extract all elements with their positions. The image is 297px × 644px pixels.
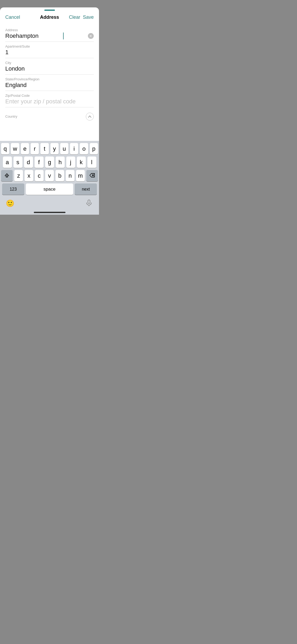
country-label: Country — [5, 114, 17, 118]
city-label: City — [5, 61, 94, 65]
state-text: England — [5, 82, 27, 89]
key-m[interactable]: m — [76, 170, 85, 181]
city-field[interactable]: City London — [5, 58, 94, 75]
svg-rect-0 — [6, 176, 8, 177]
keyboard-toolbar: 🙂 — [1, 197, 98, 210]
home-indicator — [0, 210, 99, 215]
key-d[interactable]: d — [24, 157, 33, 168]
modal-sheet: Cancel Address Clear Save Address Roeham… — [0, 7, 99, 215]
zip-placeholder: Enter your zip / postal code — [5, 98, 76, 105]
chevron-up-button[interactable] — [86, 113, 94, 121]
delete-icon — [89, 172, 95, 179]
key-k[interactable]: k — [77, 157, 86, 168]
next-key[interactable]: next — [75, 183, 97, 195]
cancel-button[interactable]: Cancel — [5, 15, 20, 20]
address-field[interactable]: Address Roehampton ✕ — [5, 25, 94, 42]
key-x[interactable]: x — [25, 170, 33, 181]
apartment-label: Apartment/Suite — [5, 44, 94, 48]
country-field[interactable]: Country — [5, 107, 94, 125]
apartment-text: 1 — [5, 49, 8, 56]
key-f[interactable]: f — [35, 157, 44, 168]
key-a[interactable]: a — [3, 157, 12, 168]
address-text: Roehampton — [5, 33, 39, 39]
shift-key[interactable] — [1, 170, 13, 181]
keyboard-bottom-row: 123 space next — [1, 183, 98, 195]
address-label: Address — [5, 28, 94, 32]
apartment-value[interactable]: 1 — [5, 49, 94, 56]
text-cursor — [63, 33, 64, 39]
address-clear-icon[interactable]: ✕ — [88, 33, 94, 39]
home-bar — [34, 212, 65, 213]
key-h[interactable]: h — [56, 157, 65, 168]
key-y[interactable]: y — [50, 143, 59, 154]
zip-field[interactable]: Zip/Postal Code Enter your zip / postal … — [5, 91, 94, 107]
key-s[interactable]: s — [13, 157, 22, 168]
mic-icon — [86, 199, 92, 207]
country-left: Country — [5, 114, 17, 119]
nav-bar-left: Cancel — [5, 15, 20, 20]
keyboard: q w e r t y u i o p a s d f g h j k l — [0, 141, 99, 210]
key-l[interactable]: l — [87, 157, 96, 168]
space-key[interactable]: space — [26, 183, 73, 195]
zip-value[interactable]: Enter your zip / postal code — [5, 98, 94, 105]
form-container: Address Roehampton ✕ Apartment/Suite 1 C… — [0, 23, 99, 141]
svg-rect-3 — [88, 200, 90, 204]
key-j[interactable]: j — [66, 157, 75, 168]
key-g[interactable]: g — [45, 157, 54, 168]
key-z[interactable]: z — [14, 170, 23, 181]
numbers-key[interactable]: 123 — [2, 183, 24, 195]
nav-bar-right: Clear Save — [69, 15, 94, 20]
nav-bar: Cancel Address Clear Save — [0, 11, 99, 23]
key-t[interactable]: t — [40, 143, 49, 154]
key-o[interactable]: o — [80, 143, 88, 154]
state-value[interactable]: England — [5, 82, 94, 89]
state-field[interactable]: State/Province/Region England — [5, 75, 94, 91]
key-n[interactable]: n — [66, 170, 74, 181]
chevron-up-icon — [88, 115, 92, 118]
city-value[interactable]: London — [5, 65, 94, 72]
page-title: Address — [40, 15, 59, 20]
key-b[interactable]: b — [55, 170, 64, 181]
key-r[interactable]: r — [31, 143, 39, 154]
key-c[interactable]: c — [35, 170, 44, 181]
save-button[interactable]: Save — [83, 15, 94, 20]
key-p[interactable]: p — [90, 143, 98, 154]
key-u[interactable]: u — [60, 143, 68, 154]
key-v[interactable]: v — [45, 170, 54, 181]
mic-button[interactable] — [84, 199, 94, 208]
key-e[interactable]: e — [21, 143, 29, 154]
city-text: London — [5, 65, 25, 72]
keyboard-row-2: a s d f g h j k l — [1, 157, 98, 168]
clear-button[interactable]: Clear — [69, 15, 80, 20]
state-label: State/Province/Region — [5, 77, 94, 81]
apartment-field[interactable]: Apartment/Suite 1 — [5, 42, 94, 58]
keyboard-row-3: z x c v b n m — [1, 170, 98, 181]
address-value[interactable]: Roehampton ✕ — [5, 33, 94, 39]
country-row: Country — [5, 110, 94, 123]
zip-label: Zip/Postal Code — [5, 94, 94, 98]
key-i[interactable]: i — [70, 143, 78, 154]
shift-icon — [4, 173, 10, 179]
key-q[interactable]: q — [1, 143, 9, 154]
delete-key[interactable] — [86, 170, 98, 181]
key-w[interactable]: w — [11, 143, 19, 154]
keyboard-row-1: q w e r t y u i o p — [1, 143, 98, 154]
emoji-button[interactable]: 🙂 — [5, 199, 15, 208]
emoji-icon: 🙂 — [6, 199, 14, 208]
